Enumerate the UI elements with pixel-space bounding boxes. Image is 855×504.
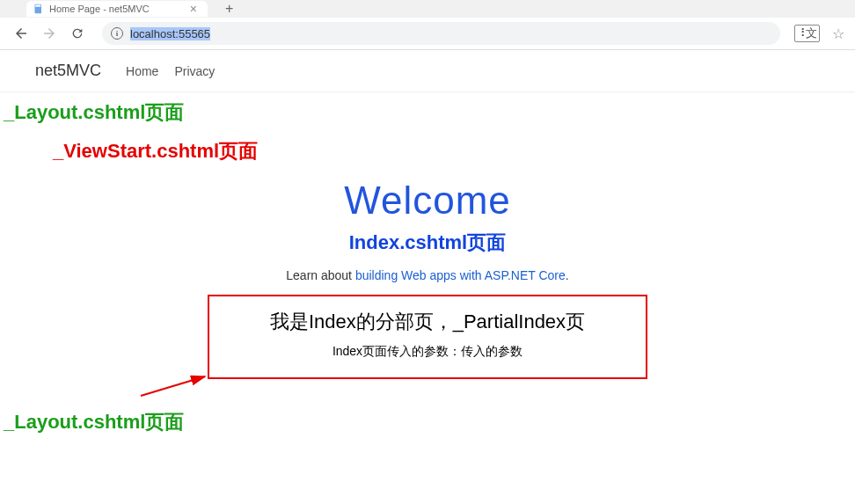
viewstart-label: _ViewStart.cshtml页面 xyxy=(0,133,855,170)
browser-chrome: Home Page - net5MVC × + i localhost:5556… xyxy=(0,0,855,50)
forward-button[interactable] xyxy=(39,23,60,44)
address-bar[interactable]: i localhost:55565 xyxy=(102,22,780,45)
bookmark-star-icon[interactable]: ☆ xyxy=(832,26,844,42)
svg-line-2 xyxy=(141,376,205,396)
learn-prefix: Learn about xyxy=(286,268,355,282)
layout-bottom-label: _Layout.cshtml页面 xyxy=(0,402,855,442)
main-center: Welcome Index.cshtml页面 Learn about build… xyxy=(0,179,855,379)
learn-suffix: . xyxy=(566,268,569,282)
reload-button[interactable] xyxy=(67,23,88,44)
partial-view-box: 我是Index的分部页，_PartialIndex页 Index页面传入的参数：… xyxy=(208,295,647,379)
browser-toolbar: i localhost:55565 ⠸文 ☆ xyxy=(0,18,855,49)
close-tab-icon[interactable]: × xyxy=(190,2,197,16)
site-info-icon[interactable]: i xyxy=(111,27,123,40)
nav-link-privacy[interactable]: Privacy xyxy=(174,64,215,78)
arrow-left-icon xyxy=(13,26,29,41)
welcome-heading: Welcome xyxy=(0,179,855,223)
reload-icon xyxy=(70,26,84,40)
svg-rect-1 xyxy=(35,5,40,7)
learn-link[interactable]: building Web apps with ASP.NET Core xyxy=(355,268,566,282)
nav-link-home[interactable]: Home xyxy=(126,64,158,78)
partial-title: 我是Index的分部页，_PartialIndex页 xyxy=(218,309,637,335)
brand-link[interactable]: net5MVC xyxy=(35,62,101,80)
toolbar-right: ⠸文 ☆ xyxy=(794,25,844,42)
tab-title: Home Page - net5MVC xyxy=(49,4,150,14)
site-navbar: net5MVC Home Privacy xyxy=(0,50,855,92)
page-icon xyxy=(33,4,44,14)
new-tab-button[interactable]: + xyxy=(225,1,233,17)
translate-icon[interactable]: ⠸文 xyxy=(794,25,820,42)
browser-tab[interactable]: Home Page - net5MVC × xyxy=(26,1,208,17)
arrow-right-icon xyxy=(41,26,57,41)
index-page-label: Index.cshtml页面 xyxy=(0,230,855,256)
tab-bar: Home Page - net5MVC × + xyxy=(0,0,855,18)
partial-param: Index页面传入的参数：传入的参数 xyxy=(218,344,637,360)
learn-text: Learn about building Web apps with ASP.N… xyxy=(0,268,855,282)
url-text: localhost:55565 xyxy=(130,27,210,40)
page-content: net5MVC Home Privacy _Layout.cshtml页面 _V… xyxy=(0,50,855,442)
layout-top-label: _Layout.cshtml页面 xyxy=(0,92,855,133)
back-button[interactable] xyxy=(11,23,32,44)
